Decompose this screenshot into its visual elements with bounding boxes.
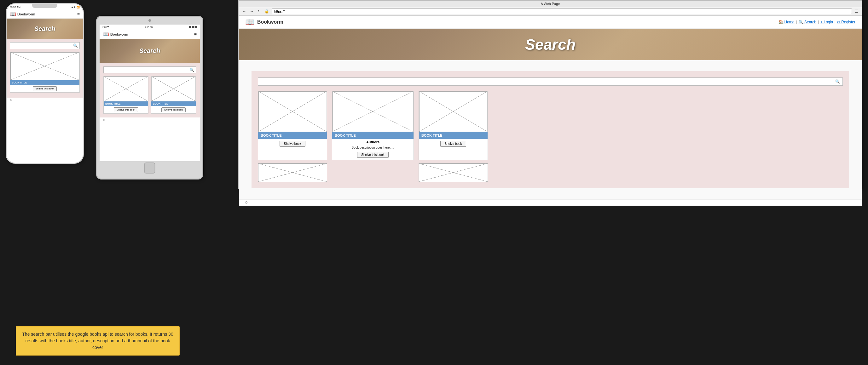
browser-search-input[interactable]	[261, 79, 835, 84]
browser-hero-text: Search	[525, 36, 576, 53]
browser-lock-icon: 🔒	[264, 9, 270, 13]
info-box: The search bar utilises the google books…	[16, 326, 180, 356]
browser-book-description-2: Book description goes here.....	[332, 145, 413, 150]
phone-footer: ©	[7, 98, 83, 103]
browser-book-card-1: BOOK TITLE Shelve book	[258, 91, 327, 160]
tablet-shelve-button-2[interactable]: Shelve this book	[161, 107, 186, 112]
phone-time: 09:52 AM	[10, 6, 21, 8]
browser-books-row-2	[258, 163, 843, 182]
nav-home-link[interactable]: 🏠 Home	[778, 20, 794, 24]
tablet-search-bar[interactable]: 🔍	[103, 66, 196, 73]
browser-brand-name: Bookworm	[257, 19, 283, 25]
browser-logo: 📖 Bookworm	[245, 18, 283, 27]
phone-book-card-1: BOOK TITLE Shelve this book	[10, 52, 80, 93]
tablet-content-area: 🔍 BOOK TITLE Shelve this book BOOK TITLE…	[100, 63, 200, 118]
book-icon: 📖	[10, 11, 16, 17]
tablet-status-bar: iPad ❤ 4:53 PM ⬛⬛⬛	[100, 25, 200, 30]
browser-book-image-4	[258, 163, 327, 182]
browser-forward-button[interactable]: →	[249, 9, 255, 13]
phone-content-area: 🔍 BOOK TITLE Shelve this book	[7, 39, 83, 98]
browser-navbar: 📖 Bookworm 🏠 Home | 🔍 Search | + Login |…	[239, 16, 862, 29]
phone-book-title-1: BOOK TITLE	[10, 80, 80, 85]
phone-book-image-1	[10, 52, 80, 80]
phone-hero-text: Search	[34, 25, 56, 32]
phone-search-input[interactable]	[12, 44, 73, 47]
browser-book-title-1: BOOK TITLE	[258, 132, 327, 139]
phone-shelve-button-1[interactable]: Shelve this book	[33, 86, 57, 91]
tablet-copyright: ©	[103, 119, 105, 122]
browser-nav-links: 🏠 Home | 🔍 Search | + Login | ✉ Register	[778, 20, 856, 24]
tablet-books-grid: BOOK TITLE Shelve this book BOOK TITLE S…	[103, 76, 196, 114]
tablet-brand-name: Bookworm	[110, 32, 128, 36]
browser-frame: A Web Page ← → ↻ 🔒 ☰ 📖 Bookworm 🏠 Home |…	[238, 0, 862, 189]
tablet-shelve-button-1[interactable]: Shelve this book	[114, 107, 138, 112]
tablet-book-title-2: BOOK TITLE	[151, 101, 196, 106]
phone-search-button[interactable]: 🔍	[73, 43, 78, 48]
browser-shelve-button-2[interactable]: Shelve this book	[357, 152, 388, 158]
tablet-status-time: 4:53 PM	[145, 26, 153, 28]
phone-notch	[32, 4, 57, 8]
tablet-home-button[interactable]	[144, 163, 155, 173]
browser-books-row-1: BOOK TITLE Shelve book BOOK TITLE Author…	[258, 91, 843, 160]
browser-toolbar: ← → ↻ 🔒 ☰	[239, 7, 862, 16]
phone-navbar: 📖 Bookworm ≡	[7, 10, 83, 19]
tablet-book-card-2: BOOK TITLE Shelve this book	[151, 76, 196, 114]
info-box-text: The search bar utilises the google books…	[22, 331, 174, 351]
tablet-frame: iPad ❤ 4:53 PM ⬛⬛⬛ 📖 Bookworm ≡ Search 🔍…	[96, 16, 203, 179]
browser-book-icon: 📖	[245, 18, 255, 27]
browser-content-panel: 🔍 BOOK TITLE Shelve book BOOK TITLE Auth…	[251, 71, 849, 188]
tablet-search-input[interactable]	[105, 68, 189, 71]
browser-search-button[interactable]: 🔍	[835, 79, 840, 84]
browser-hero-banner: Search	[239, 29, 862, 60]
tablet-book-title-1: BOOK TITLE	[104, 101, 148, 106]
phone-search-bar[interactable]: 🔍	[10, 42, 80, 49]
tablet-hero-banner: Search	[100, 39, 200, 63]
tablet-status-right: ⬛⬛⬛	[189, 26, 197, 28]
browser-book-image-5	[418, 163, 488, 182]
browser-book-title-3: BOOK TITLE	[419, 132, 488, 139]
tablet-hamburger[interactable]: ≡	[194, 32, 197, 37]
browser-book-card-2: BOOK TITLE Authors Book description goes…	[332, 91, 414, 160]
tablet-status-left: iPad ❤	[102, 26, 109, 28]
tablet-screen: iPad ❤ 4:53 PM ⬛⬛⬛ 📖 Bookworm ≡ Search 🔍…	[100, 25, 200, 161]
browser-copyright: ©	[245, 201, 247, 204]
tablet-navbar: 📖 Bookworm ≡	[100, 30, 200, 39]
browser-shelve-button-1[interactable]: Shelve book	[280, 141, 305, 147]
nav-register-link[interactable]: ✉ Register	[837, 20, 856, 24]
browser-book-card-3: BOOK TITLE Shelve book	[418, 91, 488, 160]
phone-frame: 09:52 AM ▲▼ 📶 📖 Bookworm ≡ Search 🔍 BOOK…	[6, 3, 84, 164]
phone-brand-name: Bookworm	[17, 12, 35, 16]
browser-book-spacer	[332, 163, 414, 182]
browser-back-button[interactable]: ←	[241, 9, 247, 13]
phone-logo: 📖 Bookworm	[10, 11, 35, 17]
tablet-search-button[interactable]: 🔍	[189, 68, 194, 72]
tablet-book-image-2	[151, 76, 196, 101]
browser-title-bar: A Web Page	[239, 1, 862, 7]
browser-book-image-3	[419, 91, 488, 132]
browser-menu-button[interactable]: ☰	[854, 9, 859, 13]
tablet-camera	[149, 19, 151, 22]
tablet-book-card-1: BOOK TITLE Shelve this book	[103, 76, 149, 114]
browser-window-title: A Web Page	[541, 2, 560, 6]
browser-main-content: 🔍 BOOK TITLE Shelve book BOOK TITLE Auth…	[239, 60, 862, 199]
tablet-footer: ©	[100, 118, 200, 123]
tablet-logo: 📖 Bookworm	[103, 31, 128, 37]
phone-signal: ▲▼ 📶	[71, 6, 80, 8]
phone-hero-banner: Search	[7, 19, 83, 39]
browser-footer: ©	[239, 199, 862, 206]
nav-login-link[interactable]: + Login	[820, 20, 833, 24]
phone-copyright: ©	[10, 99, 12, 102]
tablet-book-icon: 📖	[103, 31, 109, 37]
browser-book-image-1	[258, 91, 327, 132]
browser-search-bar[interactable]: 🔍	[258, 77, 843, 86]
nav-search-link[interactable]: 🔍 Search	[799, 20, 816, 24]
browser-address-input[interactable]	[272, 8, 852, 14]
tablet-hero-text: Search	[139, 47, 160, 55]
browser-shelve-button-3[interactable]: Shelve book	[440, 141, 466, 147]
browser-book-title-2: BOOK TITLE	[332, 132, 413, 139]
browser-refresh-button[interactable]: ↻	[256, 9, 261, 13]
hamburger-menu[interactable]: ≡	[77, 12, 80, 17]
browser-book-authors-2: Authors	[332, 139, 413, 145]
tablet-book-image-1	[104, 76, 148, 101]
browser-book-image-2	[332, 91, 413, 132]
